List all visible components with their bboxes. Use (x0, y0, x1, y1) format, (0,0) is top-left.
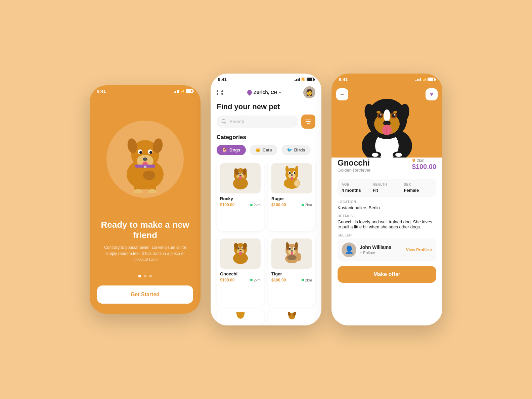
filter-button[interactable] (301, 115, 315, 129)
stat-sex: SEX Female (404, 183, 432, 193)
make-offer-button[interactable]: Make offer (338, 266, 436, 283)
svg-point-102 (413, 160, 414, 161)
chevron-down-icon: ▾ (279, 91, 281, 94)
pet-big-name-col: Gnocchi Golden Retriever (338, 158, 370, 174)
menu-button[interactable] (217, 90, 225, 95)
location-pin-icon (246, 89, 253, 96)
view-profile-button[interactable]: View Profile > (406, 248, 432, 252)
seller-follow[interactable]: + Follow (360, 251, 403, 255)
svg-point-101 (395, 153, 402, 157)
pet-distance-ruger: 2km (302, 203, 312, 207)
search-placeholder: Search (229, 119, 244, 124)
signal-icon-2 (295, 78, 300, 81)
pet-distance-tiger: 2km (302, 278, 312, 282)
svg-point-85 (379, 114, 382, 117)
pet-image-rocky (220, 163, 261, 193)
dogs-icon: 🐕 (222, 147, 227, 152)
svg-point-45 (291, 177, 293, 180)
seller-avatar: 👤 (342, 242, 356, 257)
favorite-button[interactable]: ♥ (426, 88, 438, 100)
status-bar-2: 9:41 📶 (211, 74, 321, 84)
location-badge[interactable]: Zurich, CH ▾ (247, 90, 281, 95)
pet-price-gnocchi: $100.00 (220, 278, 234, 282)
svg-point-41 (291, 174, 293, 176)
svg-point-18 (143, 171, 155, 180)
svg-point-5 (139, 151, 142, 154)
location-section-label: LOCATION (338, 200, 436, 204)
dog-circle (106, 121, 184, 198)
svg-point-57 (239, 252, 242, 255)
back-button[interactable]: ← (336, 88, 348, 100)
pet-card-rocky[interactable]: Rocky $100.00 2km (217, 160, 264, 231)
wifi-icon-3: 📶 (422, 78, 426, 81)
search-icon (221, 119, 227, 124)
svg-rect-17 (144, 166, 146, 168)
pet-price-col: 2km $100.00 (412, 158, 436, 171)
pet-card-tiger[interactable]: Tiger $100.00 2km (268, 235, 315, 306)
location-text: Zurich, CH (254, 90, 277, 95)
onboarding-dots (138, 275, 152, 277)
birds-icon: 🐦 (287, 147, 292, 152)
seller-section-label: SELLER (338, 233, 436, 237)
svg-point-90 (384, 123, 386, 124)
pet-name-row: Gnocchi Golden Retriever 2km $100.00 (338, 158, 436, 174)
pet-hero-image: ← ♥ (331, 84, 442, 158)
dogs-label: Dogs (229, 147, 240, 152)
dot-1 (138, 275, 141, 277)
filter-icon (305, 119, 311, 124)
pet-location-badge: 2km (412, 158, 436, 163)
pet-big-price: $100.00 (412, 163, 436, 171)
svg-line-20 (225, 122, 226, 124)
location-section-value: Kastanienallee, Berlin (338, 205, 436, 210)
more-pets-row (211, 306, 321, 325)
phone2-header: Zurich, CH ▾ 👩 (211, 84, 321, 101)
category-birds[interactable]: 🐦 Birds (281, 145, 311, 155)
status-bar-3: 9:41 📶 (331, 74, 442, 84)
sex-label: SEX (404, 183, 432, 186)
signal-icon-3 (415, 78, 421, 81)
dot-3 (149, 275, 152, 277)
health-value: Fit (373, 188, 401, 193)
pet-name-rocky: Rocky (220, 196, 261, 201)
details-section-label: DETAILS (338, 214, 436, 218)
distance-dot-gnocchi (250, 279, 253, 281)
pet-card-gnocchi[interactable]: Gnocchi $100.00 2km (217, 235, 264, 306)
pet-name-tiger: Tiger (271, 271, 312, 276)
phones-container: 9:41 📶 (76, 60, 456, 339)
svg-point-46 (294, 180, 300, 187)
pets-grid: Rocky $100.00 2km (211, 160, 321, 306)
wifi-icon-2: 📶 (301, 78, 305, 81)
dog-illustration (106, 99, 184, 220)
pet-name-ruger: Ruger (271, 196, 312, 201)
svg-point-95 (393, 111, 397, 114)
svg-point-91 (388, 123, 390, 124)
svg-point-86 (392, 114, 395, 117)
age-label: AGE (342, 183, 370, 186)
svg-point-87 (380, 114, 382, 116)
pet-price-tiger: $100.00 (271, 278, 286, 282)
seller-section: 👤 John Williams + Follow View Profile > (338, 238, 436, 261)
category-dogs[interactable]: 🐕 Dogs (217, 145, 246, 155)
distance-dot-tiger (302, 279, 304, 281)
pet-name-gnocchi: Gnocchi (220, 271, 261, 276)
status-icons-3: 📶 (415, 78, 435, 81)
category-cats[interactable]: 🐱 Cats (250, 145, 277, 155)
find-title: Find your new pet (211, 101, 321, 115)
phone-listing: 9:41 📶 (211, 74, 321, 325)
pet-distance-rocky: 2km (250, 203, 261, 207)
svg-point-69 (291, 252, 293, 255)
status-time-3: 9:41 (339, 77, 348, 82)
status-icons-1: 📶 (174, 89, 193, 93)
pet-image-tiger (271, 238, 312, 269)
distance-dot-rocky (250, 204, 253, 206)
svg-point-40 (294, 172, 295, 174)
pet-stats: AGE 4 months HEALTH Fit SEX Female (338, 179, 436, 197)
user-avatar[interactable]: 👩 (303, 86, 315, 98)
sex-value: Female (404, 188, 432, 193)
image-dots (384, 152, 390, 154)
get-started-button[interactable]: Get Started (97, 285, 193, 304)
more-pet-2 (268, 309, 315, 325)
pet-card-ruger[interactable]: Ruger $100.00 2km (268, 160, 315, 231)
stat-age: AGE 4 months (342, 183, 370, 193)
search-box[interactable]: Search (217, 116, 298, 128)
